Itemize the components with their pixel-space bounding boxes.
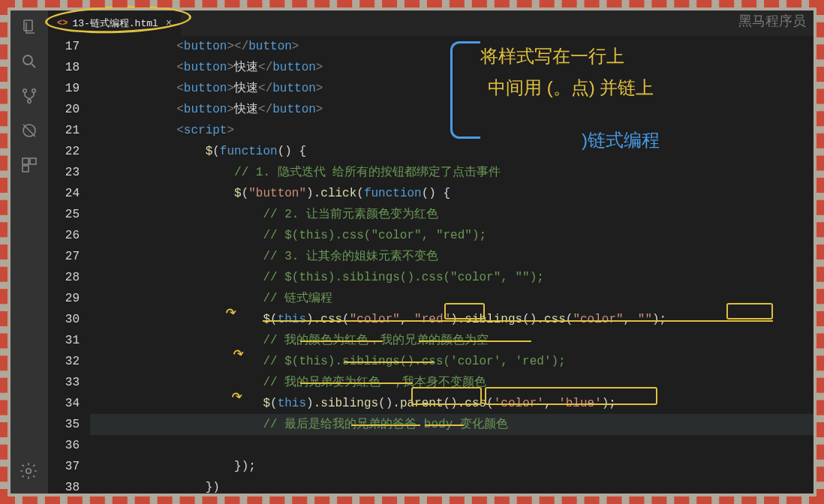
- code-line: // $(this).siblings().css('color', 'red'…: [90, 351, 813, 372]
- svg-point-9: [26, 469, 32, 474]
- editor-window: <> 13-链式编程.html × 1718192021222324252627…: [11, 10, 813, 494]
- watermark-text: 黑马程序员: [738, 12, 806, 30]
- code-line: <button>快速</button>: [90, 57, 813, 78]
- line-number: 18: [48, 57, 80, 78]
- line-number: 28: [48, 267, 80, 288]
- code-line: <button>快速</button>: [90, 78, 813, 99]
- svg-point-3: [32, 89, 36, 93]
- line-number: 33: [48, 372, 80, 393]
- code-content: <button></button> <button>快速</button> <b…: [90, 36, 813, 494]
- line-number: 31: [48, 330, 80, 351]
- close-icon[interactable]: ×: [166, 18, 172, 28]
- code-line: <button>快速</button>: [90, 99, 813, 120]
- svg-point-1: [23, 56, 32, 64]
- code-line: // 最后是给我的兄弟的爸爸 body 变化颜色: [90, 414, 813, 435]
- tab-bar: <> 13-链式编程.html ×: [48, 10, 813, 36]
- line-number: 32: [48, 351, 80, 372]
- code-line: // 我的颜色为红色，我的兄弟的颜色为空: [90, 330, 813, 351]
- line-number: 17: [48, 36, 80, 57]
- line-number: 34: [48, 393, 80, 414]
- html-lang-icon: <>: [57, 18, 68, 28]
- debug-icon[interactable]: [19, 120, 40, 141]
- code-line: // $(this).css("color", "red");: [90, 225, 813, 246]
- code-line: <button></button>: [90, 36, 813, 57]
- code-line: [90, 435, 813, 456]
- extensions-icon[interactable]: [19, 154, 40, 176]
- line-number: 38: [48, 477, 80, 494]
- code-line: // 我的兄弟变为红色 ,我本身不变颜色: [90, 372, 813, 393]
- line-number: 24: [48, 183, 80, 204]
- line-number: 26: [48, 225, 80, 246]
- editor-main: <> 13-链式编程.html × 1718192021222324252627…: [48, 10, 813, 494]
- svg-rect-8: [23, 166, 29, 172]
- svg-point-4: [28, 100, 32, 104]
- file-tab[interactable]: <> 13-链式编程.html ×: [48, 10, 181, 36]
- code-line: // 2. 让当前元素颜色变为红色: [90, 204, 813, 225]
- line-number: 21: [48, 120, 80, 141]
- code-line: });: [90, 456, 813, 477]
- tab-filename: 13-链式编程.html: [72, 16, 158, 30]
- code-line: $(function() {: [90, 141, 813, 162]
- line-number: 25: [48, 204, 80, 225]
- code-line: $(this).css("color", "red").siblings().c…: [90, 309, 813, 330]
- line-number: 22: [48, 141, 80, 162]
- activity-bar: [11, 10, 48, 494]
- explorer-icon[interactable]: [19, 16, 40, 38]
- line-number: 36: [48, 435, 80, 456]
- line-number: 27: [48, 246, 80, 267]
- code-line: $(this).siblings().parent().css('color',…: [90, 393, 813, 414]
- code-line: $("button").click(function() {: [90, 183, 813, 204]
- settings-gear-icon[interactable]: [18, 460, 39, 482]
- line-number-gutter: 1718192021222324252627282930313233343536…: [48, 36, 90, 494]
- line-number: 19: [48, 78, 80, 99]
- code-line: }): [90, 477, 813, 494]
- svg-rect-0: [24, 20, 32, 31]
- source-control-icon[interactable]: [19, 86, 40, 106]
- search-icon[interactable]: [19, 51, 40, 72]
- svg-rect-6: [23, 158, 29, 164]
- code-line: // 3. 让其余的姐妹元素不变色: [90, 246, 813, 267]
- line-number: 20: [48, 99, 80, 120]
- line-number: 37: [48, 456, 80, 477]
- svg-rect-7: [30, 158, 36, 164]
- code-editor[interactable]: 1718192021222324252627282930313233343536…: [48, 36, 813, 494]
- line-number: 35: [48, 414, 80, 435]
- code-line: // $(this).siblings().css("color", "");: [90, 267, 813, 288]
- line-number: 30: [48, 309, 80, 330]
- code-line: // 1. 隐式迭代 给所有的按钮都绑定了点击事件: [90, 162, 813, 183]
- line-number: 29: [48, 288, 80, 309]
- svg-point-2: [23, 89, 27, 93]
- code-line: // 链式编程: [90, 288, 813, 309]
- line-number: 23: [48, 162, 80, 183]
- code-line: <script>: [90, 120, 813, 141]
